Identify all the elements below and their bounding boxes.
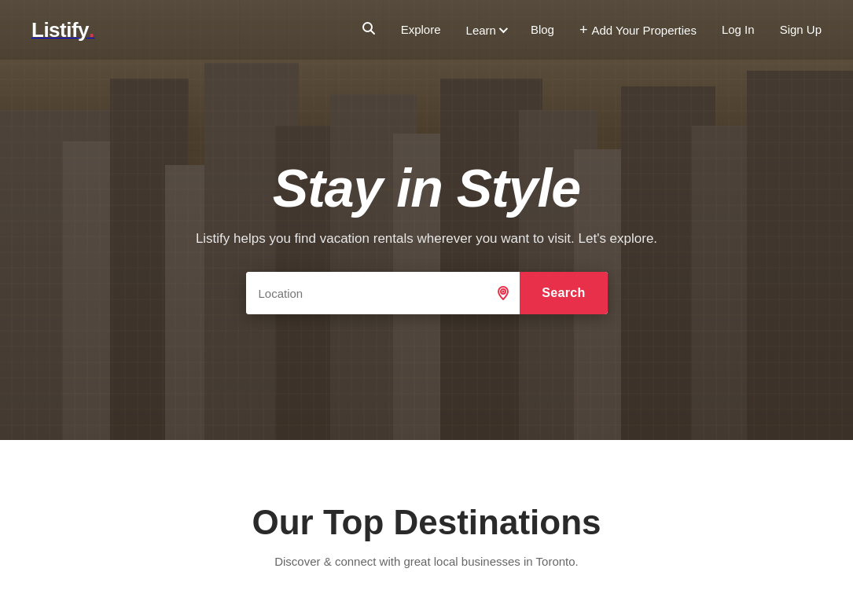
- nav-search-icon[interactable]: [362, 23, 376, 38]
- svg-line-1: [370, 30, 374, 34]
- hero-content: Stay in Style Listify helps you find vac…: [0, 0, 853, 440]
- nav-add-properties[interactable]: + Add Your Properties: [579, 23, 697, 37]
- nav-login[interactable]: Log In: [722, 23, 755, 36]
- hero-subtitle: Listify helps you find vacation rentals …: [196, 231, 657, 247]
- hero-section: Stay in Style Listify helps you find vac…: [0, 0, 853, 440]
- search-bar: Search: [246, 272, 608, 314]
- top-destinations-title: Our Top Destinations: [252, 503, 601, 542]
- logo-dot: .: [89, 18, 94, 42]
- below-fold-section: Our Top Destinations Discover & connect …: [0, 440, 853, 615]
- search-button[interactable]: Search: [520, 272, 607, 314]
- plus-icon: +: [579, 23, 588, 37]
- learn-chevron-icon: [499, 24, 508, 33]
- logo[interactable]: Listify.: [31, 18, 94, 42]
- svg-point-3: [502, 291, 505, 293]
- location-icon: [487, 272, 520, 314]
- nav-signup[interactable]: Sign Up: [780, 23, 822, 36]
- top-destinations-subtitle: Discover & connect with great local busi…: [274, 555, 579, 568]
- logo-text: Listify: [31, 18, 89, 42]
- location-input[interactable]: [246, 272, 487, 314]
- nav-blog[interactable]: Blog: [531, 23, 554, 36]
- navbar: Listify. Explore Learn Blog: [0, 0, 853, 60]
- nav-learn[interactable]: Learn: [466, 24, 506, 37]
- nav-explore[interactable]: Explore: [401, 23, 441, 36]
- hero-title: Stay in Style: [273, 157, 580, 218]
